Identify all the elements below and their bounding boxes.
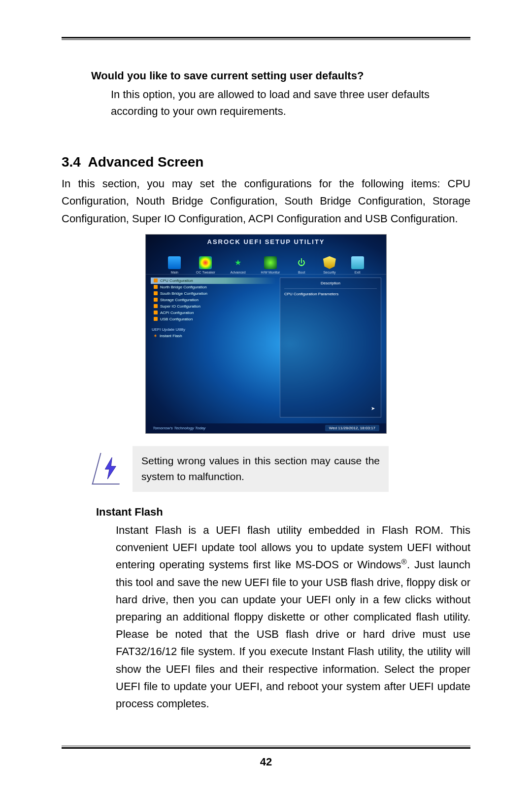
bullet-icon [154,304,158,308]
bios-footer-timestamp: Wed 11/28/2012, 18:03:17 [325,425,379,431]
warning-note: Setting wrong values in this section may… [96,446,470,492]
section-body: In this section, you may set the configu… [62,175,470,227]
bios-menu-item: ACPI Configuration [151,310,276,316]
bios-menu-item: North Bridge Configuration [151,284,276,290]
save-defaults-question: Would you like to save current setting u… [91,69,470,120]
battery-icon [351,256,364,269]
bios-menu-item: Super IO Configuration [151,303,276,310]
bios-tab-security: Security [323,256,336,274]
bios-tab-row: Main OC Tweaker ★Advanced H/W Monitor ⏻B… [146,247,386,275]
bios-footer-slogan: Tomorrow's Technology Today [153,426,205,430]
warning-note-text: Setting wrong values in this section may… [133,446,389,492]
bios-tab-exit: Exit [351,256,364,274]
bios-footer: Tomorrow's Technology Today Wed 11/28/20… [146,423,386,433]
bios-menu-item: USB Configuration [151,316,276,322]
bullet-icon [154,317,158,321]
bullet-icon [154,278,158,282]
bottom-horizontal-rule [62,746,470,749]
registered-symbol: ® [401,557,407,566]
bullet-icon [154,311,158,314]
instant-flash-heading: Instant Flash [96,506,470,519]
color-wheel-icon [199,256,212,269]
bullet-icon [154,291,158,295]
bios-menu-item: Storage Configuration [151,297,276,303]
question-title: Would you like to save current setting u… [91,69,470,82]
section-number: 3.4 [62,154,81,170]
monitor-icon [168,256,181,269]
instant-flash-body: Instant Flash is a UEFI flash utility em… [116,521,470,712]
bios-description-text: CPU Configuration Parameters [284,292,377,296]
bios-tab-advanced: ★Advanced [231,256,246,274]
flash-icon: ✶ [154,334,157,338]
bios-description-label: Description [284,281,377,289]
bios-screenshot: ASROCK UEFI SETUP UTILITY Main OC Tweake… [145,234,387,434]
bios-tab-main: Main [168,256,181,274]
bios-menu-item: South Bridge Configuration [151,290,276,297]
bios-menu-item: CPU Configuration [151,278,276,284]
power-icon: ⏻ [295,256,308,269]
bios-tab-hw: H/W Monitor [261,256,280,274]
bios-instant-flash-item: ✶ Instant Flash [154,334,276,338]
bios-title: ASROCK UEFI SETUP UTILITY [146,235,386,247]
bios-update-section-label: UEFI Update Utility [152,327,276,332]
bios-tab-oc: OC Tweaker [196,256,215,274]
orb-icon [264,256,277,269]
bios-menu-list: CPU Configuration North Bridge Configura… [151,278,276,322]
top-horizontal-rule [62,37,470,40]
section-heading: 3.4 Advanced Screen [62,154,470,170]
section-title: Advanced Screen [88,154,203,170]
bullet-icon [154,298,158,302]
question-body: In this option, you are allowed to load … [111,86,470,120]
bios-description-panel: Description CPU Configuration Parameters… [280,278,381,417]
cursor-icon: ➤ [371,406,375,411]
lightning-icon [92,453,128,485]
bios-menu-panel: CPU Configuration North Bridge Configura… [151,278,276,417]
bullet-icon [154,285,158,289]
page-number: 42 [0,756,532,768]
shield-icon [323,256,336,269]
bios-tab-boot: ⏻Boot [295,256,308,274]
star-icon: ★ [232,256,244,269]
